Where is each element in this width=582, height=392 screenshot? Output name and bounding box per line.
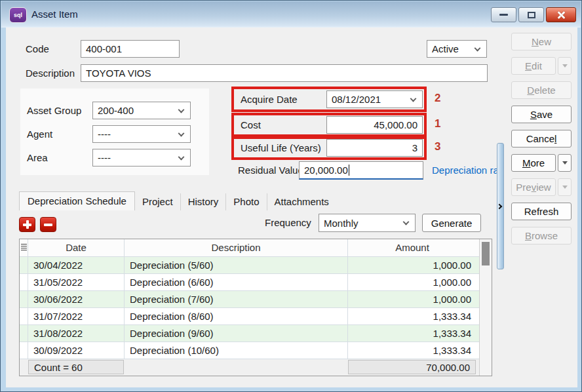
close-icon — [556, 10, 566, 20]
generate-label: Generate — [431, 218, 473, 229]
preview-dropdown-button[interactable] — [558, 178, 572, 196]
cell-description: Depreciation (7/60) — [125, 291, 348, 307]
code-label: Code — [26, 40, 49, 58]
table-row[interactable]: 31/07/2022 Depreciation (8/60) 1,333.34 — [20, 308, 479, 325]
dropdown-arrow-icon — [562, 186, 568, 189]
depreciation-rate-link[interactable]: Depreciation ra — [432, 161, 497, 180]
table-scrollbar[interactable] — [479, 239, 492, 376]
asset-group-label: Asset Group — [27, 102, 81, 119]
table-row[interactable]: 30/04/2022 Depreciation (5/60) 1,000.00 — [20, 257, 479, 274]
row-selector[interactable] — [20, 274, 28, 290]
description-input[interactable]: TOYOTA VIOS — [81, 64, 488, 82]
cell-description: Depreciation (8/60) — [125, 308, 348, 324]
code-value: 400-001 — [86, 43, 122, 54]
code-input[interactable]: 400-001 — [81, 40, 180, 58]
frequency-select[interactable]: Monthly — [319, 214, 416, 232]
column-header-amount[interactable]: Amount — [348, 239, 476, 256]
table-row[interactable]: 31/05/2022 Depreciation (6/60) 1,000.00 — [20, 274, 479, 291]
chevron-down-icon — [178, 106, 185, 113]
dropdown-arrow-icon — [562, 161, 568, 165]
row-selector[interactable] — [20, 342, 28, 359]
row-selector[interactable] — [20, 325, 28, 342]
edit-dropdown-button[interactable] — [558, 57, 572, 75]
area-select[interactable]: ---- — [92, 149, 191, 167]
browse-button[interactable]: Browse — [511, 227, 572, 245]
tab-depreciation-schedule[interactable]: Depreciation Schedule — [19, 191, 135, 210]
acquire-date-select[interactable]: 08/12/2021 — [326, 90, 423, 108]
maximize-button[interactable] — [518, 7, 544, 22]
cell-amount: 1,333.34 — [348, 308, 476, 324]
minimize-button[interactable] — [491, 7, 516, 22]
maximize-icon — [528, 12, 535, 18]
cell-date: 31/05/2022 — [28, 274, 125, 290]
row-selector[interactable] — [20, 257, 28, 273]
window-title: Asset Item — [31, 9, 78, 20]
new-button[interactable]: New — [511, 33, 572, 50]
minus-icon — [44, 224, 52, 226]
row-selector[interactable] — [20, 291, 28, 307]
table-footer: Count = 60 70,000.00 — [20, 359, 479, 376]
table-row[interactable]: 30/09/2022 Depreciation (10/60) 1,333.34 — [20, 342, 479, 359]
cell-date: 30/04/2022 — [28, 257, 125, 273]
tab-project[interactable]: Project — [135, 193, 181, 210]
column-header-description[interactable]: Description — [125, 239, 348, 256]
delete-button[interactable]: Delete — [511, 81, 572, 99]
tab-history[interactable]: History — [181, 193, 227, 210]
cell-date: 30/09/2022 — [28, 342, 125, 359]
header-options-icon[interactable] — [20, 239, 28, 256]
cancel-button[interactable]: Cancel — [511, 130, 572, 147]
cost-highlight-box: Cost 45,000.00 — [231, 113, 427, 137]
row-selector[interactable] — [20, 308, 28, 324]
cost-label: Cost — [241, 116, 261, 134]
save-button[interactable]: Save — [511, 106, 572, 123]
cell-description: Depreciation (5/60) — [125, 257, 348, 273]
dropdown-arrow-icon — [562, 64, 568, 68]
table-header[interactable]: Date Description Amount — [20, 239, 479, 257]
annotation-marker-1: 1 — [435, 117, 440, 130]
table-row[interactable]: 30/06/2022 Depreciation (7/60) 1,000.00 — [20, 291, 479, 308]
description-value: TOYOTA VIOS — [86, 68, 151, 79]
column-header-date[interactable]: Date — [28, 239, 125, 256]
area-value: ---- — [98, 152, 111, 163]
cell-description: Depreciation (9/60) — [125, 325, 348, 342]
residual-value-input[interactable]: 20,000.00 — [299, 161, 423, 180]
asset-group-select[interactable]: 200-400 — [92, 102, 191, 119]
close-button[interactable] — [546, 7, 576, 22]
more-button[interactable]: More — [511, 154, 556, 172]
agent-label: Agent — [27, 125, 52, 143]
description-label: Description — [26, 64, 75, 82]
add-row-button[interactable] — [19, 217, 35, 232]
acquire-date-highlight-box: Acquire Date 08/12/2021 — [231, 87, 427, 112]
useful-life-input[interactable]: 3 — [326, 139, 423, 157]
cell-description: Depreciation (10/60) — [125, 342, 348, 359]
status-select[interactable]: Active — [427, 40, 487, 58]
tab-attachments[interactable]: Attachments — [267, 193, 336, 210]
area-label: Area — [27, 149, 48, 167]
agent-select[interactable]: ---- — [92, 125, 191, 143]
remove-row-button[interactable] — [40, 217, 56, 232]
useful-life-label: Useful Life (Years) — [241, 139, 321, 157]
refresh-button[interactable]: Refresh — [511, 203, 572, 220]
preview-button[interactable]: Preview — [511, 178, 556, 196]
panel-splitter[interactable] — [497, 143, 504, 269]
table-row[interactable]: 31/08/2022 Depreciation (9/60) 1,333.34 — [20, 325, 479, 342]
tab-photo[interactable]: Photo — [226, 193, 267, 210]
cell-amount: 1,000.00 — [348, 291, 476, 307]
app-logo-icon: sql — [9, 7, 27, 23]
more-dropdown-button[interactable] — [558, 154, 572, 172]
text-cursor — [349, 165, 349, 176]
edit-button[interactable]: Edit — [511, 57, 556, 75]
generate-button[interactable]: Generate — [422, 214, 481, 232]
scrollbar-thumb[interactable] — [482, 242, 490, 265]
residual-value-text: 20,000.00 — [304, 165, 348, 176]
cost-input[interactable]: 45,000.00 — [326, 116, 423, 134]
chevron-down-icon — [178, 130, 185, 136]
useful-life-highlight-box: Useful Life (Years) 3 — [231, 136, 427, 160]
acquire-date-label: Acquire Date — [241, 90, 298, 108]
cell-date: 30/06/2022 — [28, 291, 125, 307]
cell-description: Depreciation (6/60) — [125, 274, 348, 290]
title-bar[interactable]: sql Asset Item — [1, 1, 581, 28]
chevron-down-icon — [410, 95, 417, 102]
frequency-label: Frequency — [265, 214, 311, 232]
cell-date: 31/07/2022 — [28, 308, 125, 324]
